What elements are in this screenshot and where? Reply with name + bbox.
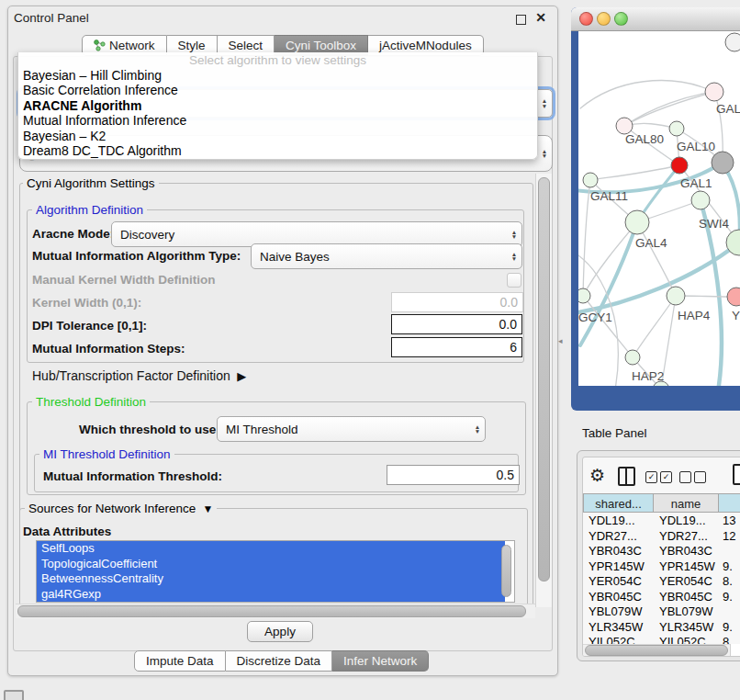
minimize-traffic-light[interactable] (597, 12, 611, 26)
mi-threshold-group-title: MI Threshold Definition (39, 447, 174, 461)
sources-group-title: Sources for Network Inference ▼ (25, 502, 217, 515)
table-row[interactable]: YPR145WYPR145W9. (583, 559, 740, 575)
tab-discretize-data[interactable]: Discretize Data (226, 650, 333, 672)
network-node-label: GCY1 (578, 310, 612, 324)
hub-definition-toggle[interactable]: Hub/Transcription Factor Definition ▶ (32, 368, 246, 383)
table-panel-inner: ⚙ ✓ ✓ shared...name YDL19...YDL19...13 Y… (582, 457, 740, 657)
table-row[interactable]: YBR043CYBR043C (583, 544, 740, 559)
network-node[interactable] (583, 173, 598, 187)
which-threshold-label: Which threshold to use: (79, 423, 220, 436)
attribute-item[interactable]: SelfLoops (37, 541, 505, 557)
tab-impute-data[interactable]: Impute Data (134, 650, 226, 672)
network-node[interactable] (578, 288, 590, 303)
dpi-tolerance-field[interactable]: 0.0 (391, 314, 522, 334)
combo-arrows-icon: ▲▼ (507, 252, 521, 262)
mi-steps-label: Mutual Information Steps: (32, 342, 185, 356)
attribute-item[interactable]: TopologicalCoefficient (37, 557, 505, 572)
kernel-width-label: Kernel Width (0,1): (32, 296, 141, 310)
network-edge (624, 92, 714, 126)
expand-right-icon[interactable]: ▶ (234, 369, 247, 383)
tab-infer-network[interactable]: Infer Network (332, 650, 429, 672)
deselect-all-checkbox-icon[interactable] (679, 471, 691, 483)
table-row[interactable]: YER054CYER054C8. (583, 574, 740, 590)
table-header: shared...name (583, 493, 740, 513)
collapse-down-icon[interactable]: ▼ (199, 502, 213, 515)
table-row[interactable]: YDL19...YDL19...13 (583, 514, 740, 529)
attribute-item[interactable]: gal4RGexp (37, 587, 505, 603)
combo-arrows-icon: ▲▼ (470, 424, 485, 435)
new-table-icon[interactable] (733, 464, 740, 485)
column-header-3[interactable] (719, 493, 740, 513)
panel-title: Control Panel (14, 11, 89, 25)
network-node[interactable] (691, 191, 710, 209)
settings-hscrollbar-thumb[interactable] (17, 605, 526, 617)
scrollbar-corner (730, 644, 740, 656)
select-all-checkbox-icon[interactable]: ✓ (645, 471, 657, 483)
close-panel-icon[interactable]: ✕ (535, 10, 546, 25)
network-node-label: GAL4 (635, 236, 667, 250)
bottom-tab-bar: Impute Data Discretize Data Infer Networ… (134, 650, 429, 672)
network-canvas[interactable]: GALGAL80GAL10GAL1SWI4GAL11GAL4GCY1HAP4YH… (578, 31, 740, 386)
which-threshold-combo[interactable]: MI Threshold ▲▼ (217, 416, 486, 442)
table-row[interactable]: YBR045CYBR045C9. (583, 590, 740, 605)
network-edge (637, 222, 676, 296)
float-window-icon[interactable] (516, 15, 526, 25)
mi-steps-field[interactable]: 6 (391, 337, 522, 357)
algorithm-option[interactable]: Mutual Information Inference (18, 113, 537, 128)
network-window-titlebar[interactable] (571, 7, 740, 31)
settings-vscrollbar-thumb[interactable] (538, 177, 550, 581)
network-node-label: GAL80 (625, 132, 664, 146)
network-node[interactable] (725, 33, 740, 51)
network-edge (590, 165, 679, 180)
combo-arrows-icon: ▲▼ (537, 98, 552, 108)
table-row[interactable]: YLR345WYLR345W9. (583, 620, 740, 636)
network-edge (633, 296, 676, 357)
deselect-all-checkbox-icon[interactable] (694, 471, 706, 483)
kernel-width-field[interactable]: 0.0 (391, 292, 523, 312)
table-row[interactable]: YDR27...YDR27...12 (583, 529, 740, 545)
network-svg: GALGAL80GAL10GAL1SWI4GAL11GAL4GCY1HAP4YH… (578, 31, 740, 386)
split-columns-icon[interactable] (618, 467, 635, 486)
algorithm-option[interactable]: Bayesian – Hill Climbing (18, 68, 537, 83)
network-node[interactable] (625, 350, 640, 365)
column-header-name[interactable]: name (654, 493, 719, 513)
attribute-item[interactable]: BetweennessCentrality (37, 571, 505, 587)
network-node-label: HAP4 (678, 309, 711, 322)
network-node[interactable] (667, 287, 685, 305)
network-node[interactable] (705, 83, 723, 101)
threshold-definition-title: Threshold Definition (32, 395, 150, 409)
table-body: YDL19...YDL19...13 YDR27...YDR27...12 YB… (583, 514, 740, 650)
network-node[interactable] (727, 288, 740, 306)
manual-kernel-checkbox[interactable] (507, 273, 521, 288)
close-traffic-light[interactable] (579, 12, 593, 26)
combo-arrows-icon: ▲▼ (507, 230, 521, 240)
list-scrollbar-thumb[interactable] (501, 545, 511, 597)
mi-type-combo[interactable]: Naive Bayes ▲▼ (251, 243, 522, 269)
column-header-shared-name[interactable]: shared... (583, 493, 654, 513)
network-node[interactable] (625, 210, 649, 234)
algorithm-option[interactable]: Bayesian – K2 (18, 129, 537, 143)
apply-button[interactable]: Apply (247, 621, 313, 642)
table-row[interactable]: YBL079WYBL079W (583, 604, 740, 620)
select-all-checkbox-icon[interactable]: ✓ (660, 471, 672, 483)
network-node-label: Y (732, 309, 740, 322)
mi-threshold-field[interactable]: 0.5 (387, 465, 520, 485)
network-node[interactable] (712, 152, 734, 174)
table-hscrollbar-thumb[interactable] (585, 645, 728, 656)
network-node[interactable] (671, 157, 688, 174)
dpi-tolerance-label: DPI Tolerance [0,1]: (32, 319, 147, 333)
manual-kernel-label: Manual Kernel Width Definition (32, 273, 215, 287)
algorithm-option[interactable]: Dream8 DC_TDC Algorithm (18, 143, 537, 158)
data-attributes-label: Data Attributes (23, 525, 111, 538)
network-node[interactable] (669, 121, 684, 136)
divider-collapse-handle[interactable]: ◂ (558, 336, 563, 345)
network-view-window: GALGAL80GAL10GAL1SWI4GAL11GAL4GCY1HAP4YH… (571, 7, 740, 411)
control-panel-window: Control Panel ✕ Network Style Select Cyn… (7, 6, 558, 676)
network-node-label: GAL11 (590, 189, 628, 203)
algorithm-option[interactable]: Basic Correlation Inference (18, 83, 537, 97)
minimized-panel-icon[interactable] (4, 690, 24, 700)
zoom-traffic-light[interactable] (614, 12, 628, 26)
algorithm-option-selected[interactable]: ARACNE Algorithm (18, 98, 537, 113)
combo-arrows-icon: ▲▼ (537, 149, 552, 159)
gear-icon[interactable]: ⚙ (589, 465, 605, 486)
